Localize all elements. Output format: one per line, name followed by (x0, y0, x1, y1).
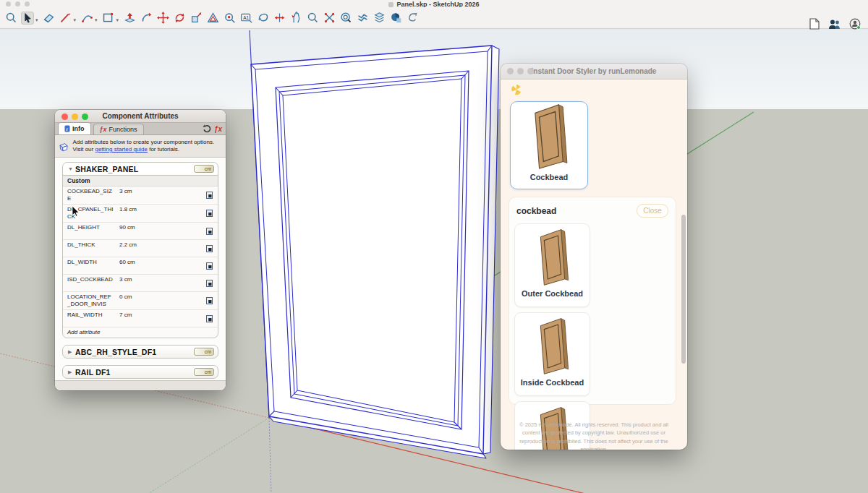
ids-window-controls[interactable] (507, 68, 534, 74)
section-header[interactable]: ▼ SHAKER_PANEL cm (63, 163, 218, 175)
styles-sphere-icon[interactable] (389, 12, 402, 25)
attribute-value[interactable]: 60 cm (114, 259, 206, 265)
collapsed-section[interactable]: ▶RAIL DF1cm (62, 365, 218, 379)
layers-icon[interactable] (373, 12, 386, 25)
scrollbar-thumb[interactable] (681, 215, 686, 364)
attribute-name: DL_HEIGHT (67, 224, 114, 231)
arc-tool-icon[interactable] (80, 12, 93, 25)
ca-close-button[interactable] (61, 113, 68, 120)
arc-dropdown-caret[interactable]: ▾ (95, 17, 98, 23)
getting-started-link[interactable]: getting started guide (95, 146, 148, 153)
attribute-detail-icon[interactable] (206, 224, 215, 238)
text-tool-icon[interactable]: A1 (239, 12, 252, 25)
info-icon: i (64, 125, 70, 132)
flip-tool-icon[interactable] (273, 12, 286, 25)
spiral-tool-icon[interactable] (339, 12, 352, 25)
door-styler-titlebar[interactable]: Instant Door Styler by runLemonade (501, 64, 687, 80)
shapes-tool-icon[interactable] (102, 12, 115, 25)
line-tool-icon[interactable] (59, 12, 72, 25)
style-option-card[interactable]: Inside Cockbead (514, 312, 590, 396)
ca-info-banner: Add attributes below to create your comp… (55, 135, 226, 158)
group-header: Custom (63, 176, 218, 187)
tab-functions-label: Functions (109, 126, 137, 133)
style-option-label: Inside Cockbead (515, 378, 590, 387)
select-tool-icon[interactable] (21, 12, 34, 25)
ca-window-controls[interactable] (61, 113, 88, 120)
attribute-name: DL_THICK (67, 241, 114, 249)
line-dropdown-caret[interactable]: ▾ (74, 17, 77, 23)
attribute-row: DL_HEIGHT90 cm (63, 223, 218, 240)
add-attribute-label: Add attribute (67, 329, 100, 335)
ids-zoom-button[interactable] (527, 68, 534, 74)
shell-tool-icon[interactable] (256, 12, 269, 25)
scale-tool-icon[interactable] (190, 12, 203, 25)
zoom-extents-icon[interactable] (323, 12, 336, 25)
attribute-row: LOCATION_REF_DOOR_INVIS0 cm (63, 292, 218, 310)
attribute-value[interactable]: 3 cm (114, 276, 206, 283)
rotate-tool-icon[interactable] (173, 12, 186, 25)
attribute-detail-icon[interactable] (206, 276, 215, 290)
attribute-detail-icon[interactable] (206, 293, 215, 307)
lasso-tool-icon[interactable] (406, 12, 419, 25)
expand-triangle-icon[interactable]: ▶ (68, 369, 75, 375)
edit-function-icon[interactable]: ƒx (214, 125, 222, 133)
section-name: SHAKER_PANEL (75, 165, 194, 173)
attribute-value[interactable]: 0 cm (114, 293, 206, 300)
unit-button[interactable]: cm (194, 368, 214, 376)
copyright-text: © 2025 runLemonade. All rights reserved.… (501, 421, 687, 450)
attribute-value[interactable]: 7 cm (114, 312, 206, 318)
ca-content[interactable]: ▼ SHAKER_PANEL cm Custom COCKBEAD_SIZE3 … (55, 158, 226, 380)
attribute-name: ISD_COCKBEAD (67, 276, 114, 283)
pan-hand-icon[interactable] (289, 12, 302, 25)
attribute-row: ISD_COCKBEAD3 cm (63, 275, 218, 292)
collapsed-sections: ▶ABC_RH_STYLE_DF1cm▶RAIL DF1cm▶LH STYLE … (62, 345, 218, 380)
zoom-tool-icon[interactable] (306, 12, 319, 25)
refresh-icon[interactable] (203, 124, 211, 133)
offset-tool-icon[interactable] (206, 12, 219, 25)
attribute-value[interactable]: 90 cm (114, 224, 206, 231)
attribute-detail-icon[interactable] (206, 188, 215, 202)
shapes-dropdown-caret[interactable]: ▾ (116, 17, 119, 23)
component-attributes-titlebar[interactable]: Component Attributes (55, 110, 226, 123)
section-shaker-panel: ▼ SHAKER_PANEL cm Custom COCKBEAD_SIZE3 … (62, 162, 218, 338)
select-dropdown-caret[interactable]: ▾ (35, 17, 38, 23)
tape-measure-icon[interactable] (223, 12, 236, 25)
unit-button[interactable]: cm (194, 348, 214, 356)
attribute-value[interactable]: 2.2 cm (114, 241, 206, 248)
add-attribute-row[interactable]: + Add attribute (63, 327, 218, 338)
door-styler-window: Instant Door Styler by runLemonade Cockb… (501, 64, 687, 450)
attribute-row: DL_WIDTH60 cm (63, 257, 218, 275)
push-pull-icon[interactable] (123, 12, 136, 25)
collapsed-section[interactable]: ▶ABC_RH_STYLE_DF1cm (62, 345, 218, 359)
selected-style-card[interactable]: Cockbead (510, 101, 588, 189)
ca-tab-bar: i Info ƒx Functions ƒx (55, 123, 226, 135)
ca-zoom-button[interactable] (82, 113, 88, 120)
attribute-value[interactable]: 1.8 cm (114, 206, 206, 213)
section-name: RAIL DF1 (75, 368, 194, 377)
ids-close-button[interactable] (507, 68, 514, 74)
component-cube-icon (58, 139, 69, 156)
style-option-card[interactable]: Outer Cockbead (514, 223, 590, 307)
follow-me-icon[interactable] (140, 12, 153, 25)
soften-edges-icon[interactable] (356, 12, 369, 25)
tab-info[interactable]: i Info (58, 122, 91, 134)
tab-functions[interactable]: ƒx Functions (93, 124, 144, 134)
collapse-triangle-icon[interactable]: ▼ (68, 166, 75, 171)
attribute-detail-icon[interactable] (206, 259, 215, 273)
search-icon[interactable] (4, 12, 17, 25)
mouse-cursor (72, 205, 80, 220)
ca-minimize-button[interactable] (72, 113, 78, 120)
unit-button[interactable]: cm (194, 165, 214, 173)
move-tool-icon[interactable] (156, 12, 169, 25)
attribute-detail-icon[interactable] (206, 241, 215, 255)
attribute-value[interactable]: 3 cm (114, 188, 206, 194)
eraser-icon[interactable] (43, 12, 56, 25)
expand-triangle-icon[interactable]: ▶ (68, 349, 75, 355)
style-options-grid: Outer Cockbead Inside Cockbead Double Co… (514, 223, 671, 450)
attribute-detail-icon[interactable] (206, 312, 215, 325)
close-button[interactable]: Close (637, 204, 668, 218)
ca-intro-text: Add attributes below to create your comp… (72, 139, 221, 153)
attribute-detail-icon[interactable] (206, 206, 215, 220)
attribute-row: COCKBEAD_SIZE3 cm (63, 187, 218, 205)
ids-minimize-button[interactable] (517, 68, 524, 74)
